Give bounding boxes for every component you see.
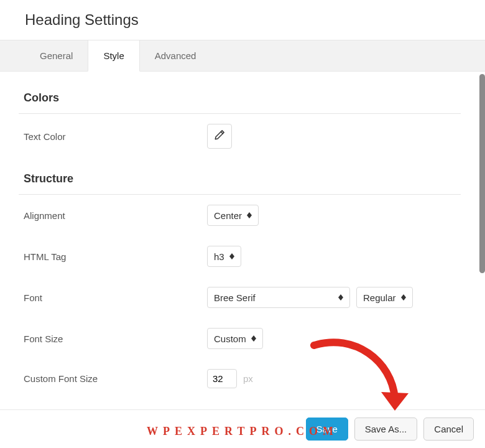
scrollbar[interactable]	[479, 72, 485, 409]
stepper-arrows-icon	[338, 294, 343, 301]
font-family-select[interactable]: Bree Serif	[207, 287, 350, 308]
label-font-size: Font Size	[24, 334, 207, 344]
label-alignment: Alignment	[24, 210, 207, 221]
font-size-value: Custom	[214, 334, 246, 344]
tab-style[interactable]: Style	[88, 40, 139, 72]
alignment-select[interactable]: Center	[207, 205, 259, 226]
row-text-color: Text Color	[19, 114, 461, 159]
scrollbar-thumb[interactable]	[479, 74, 485, 273]
svg-marker-3	[229, 256, 234, 259]
row-font-size: Font Size Custom	[19, 318, 461, 359]
stepper-arrows-icon	[247, 212, 252, 218]
html-tag-value: h3	[214, 251, 224, 262]
cancel-button[interactable]: Cancel	[423, 418, 474, 441]
svg-marker-1	[247, 215, 252, 218]
tab-general[interactable]: General	[25, 40, 88, 71]
text-color-picker[interactable]	[207, 124, 232, 149]
stepper-arrows-icon	[229, 253, 234, 259]
row-custom-font-size: Custom Font Size px	[19, 359, 461, 398]
label-html-tag: HTML Tag	[24, 251, 207, 262]
custom-font-size-input[interactable]	[207, 369, 237, 388]
dialog-title: Heading Settings	[0, 0, 485, 40]
label-text-color: Text Color	[24, 131, 207, 142]
font-weight-value: Regular	[363, 292, 396, 303]
font-family-value: Bree Serif	[214, 292, 256, 303]
tab-bar: General Style Advanced	[0, 40, 485, 72]
eyedropper-icon	[214, 129, 225, 143]
font-weight-select[interactable]: Regular	[356, 287, 413, 308]
stepper-arrows-icon	[401, 294, 406, 301]
settings-dialog: Heading Settings General Style Advanced …	[0, 0, 485, 448]
svg-marker-7	[401, 297, 406, 301]
section-structure-title: Structure	[19, 159, 461, 195]
save-as-button[interactable]: Save As...	[354, 418, 418, 441]
label-font: Font	[24, 292, 207, 303]
svg-marker-9	[251, 338, 256, 342]
row-alignment: Alignment Center	[19, 195, 461, 236]
content-wrap: Colors Text Color Structure	[0, 72, 485, 409]
html-tag-select[interactable]: h3	[207, 246, 241, 267]
row-html-tag: HTML Tag h3	[19, 236, 461, 277]
svg-marker-5	[338, 297, 343, 301]
unit-label: px	[243, 373, 253, 384]
save-button[interactable]: Save	[306, 418, 348, 441]
content-scroll[interactable]: Colors Text Color Structure	[0, 72, 479, 409]
alignment-value: Center	[214, 210, 242, 221]
row-font: Font Bree Serif Regular	[19, 277, 461, 318]
dialog-footer: Save Save As... Cancel	[0, 409, 485, 448]
label-custom-font-size: Custom Font Size	[24, 373, 207, 384]
tab-advanced[interactable]: Advanced	[140, 40, 211, 71]
stepper-arrows-icon	[251, 335, 256, 342]
font-size-select[interactable]: Custom	[207, 328, 263, 349]
section-colors-title: Colors	[19, 78, 461, 114]
